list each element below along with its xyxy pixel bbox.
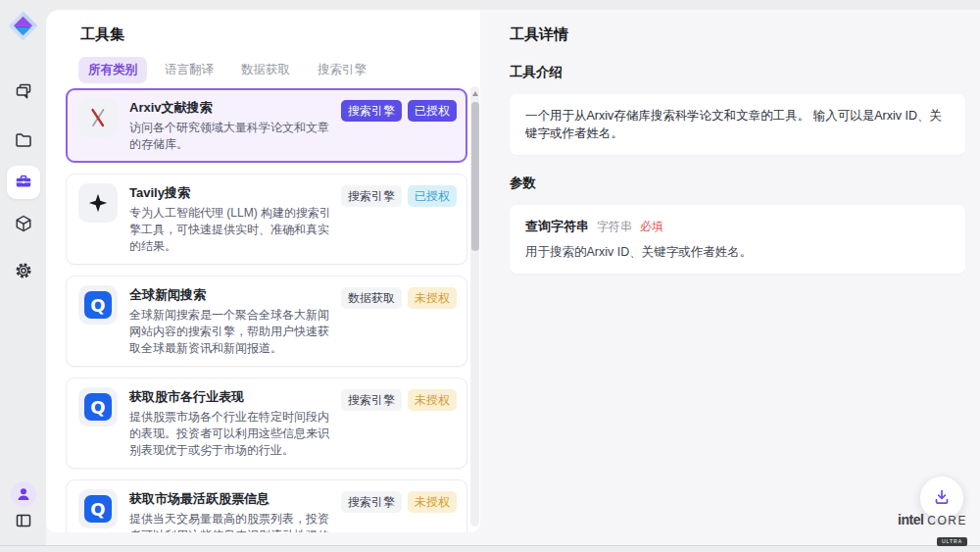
tool-name: Arxiv文献搜索 — [129, 99, 333, 117]
tool-badges: 搜索引擎未授权 — [341, 489, 457, 513]
tavily-icon — [78, 183, 118, 223]
sidebar-item-files[interactable] — [7, 125, 40, 158]
chat-icon — [14, 81, 33, 104]
app-logo — [8, 11, 38, 41]
tool-badges: 搜索引擎已授权 — [341, 183, 457, 207]
sidebar-item-settings[interactable] — [7, 255, 40, 288]
tool-badges: 搜索引擎已授权 — [341, 98, 457, 122]
tool-card[interactable]: Arxiv文献搜索访问各个研究领域大量科学论文和文章的存储库。搜索引擎已授权 — [66, 88, 467, 163]
param-name: 查询字符串 — [525, 218, 589, 235]
juhe-icon: Q — [78, 387, 118, 427]
tool-name: 全球新闻搜索 — [129, 286, 333, 304]
tool-card-body: 全球新闻搜索全球新闻搜索是一个聚合全球各大新闻网站内容的搜索引擎，帮助用户快速获… — [129, 285, 333, 357]
tool-description: 专为人工智能代理 (LLM) 构建的搜索引擎工具，可快速提供实时、准确和真实的结… — [129, 205, 333, 255]
tab-1[interactable]: 语言翻译 — [155, 57, 223, 83]
app-logo-icon — [8, 11, 38, 41]
intro-heading: 工具介绍 — [510, 64, 965, 81]
category-badge: 搜索引擎 — [341, 389, 402, 411]
arxiv-icon — [78, 98, 118, 137]
sidebar-item-models[interactable] — [7, 208, 40, 241]
category-badge: 搜索引擎 — [341, 491, 402, 513]
intro-card: 一个用于从Arxiv存储库搜索科学论文和文章的工具。 输入可以是Arxiv ID… — [510, 94, 965, 155]
tab-2[interactable]: 数据获取 — [231, 57, 300, 83]
tab-0[interactable]: 所有类别 — [78, 57, 147, 83]
tool-description: 提供当天交易量最高的股票列表，投资者可以利用这些信息来识别流动性强的股票和潜在的… — [129, 511, 333, 532]
bottom-divider — [0, 545, 980, 546]
tool-card-list: Arxiv文献搜索访问各个研究领域大量科学论文和文章的存储库。搜索引擎已授权Ta… — [66, 88, 467, 532]
param-description: 用于搜索的Arxiv ID、关键字或作者姓名。 — [525, 244, 950, 261]
tool-card[interactable]: Tavily搜索专为人工智能代理 (LLM) 构建的搜索引擎工具，可快速提供实时… — [66, 174, 467, 265]
sidebar-item-chat[interactable] — [7, 75, 40, 109]
tool-card[interactable]: Q全球新闻搜索全球新闻搜索是一个聚合全球各大新闻网站内容的搜索引擎，帮助用户快速… — [66, 276, 467, 367]
tool-list-panel: 工具集 所有类别语言翻译数据获取搜索引擎 Arxiv文献搜索访问各个研究领域大量… — [46, 10, 480, 532]
tab-3[interactable]: 搜索引擎 — [308, 57, 376, 83]
auth-status-badge: 未授权 — [408, 491, 457, 513]
main-canvas: 工具集 所有类别语言翻译数据获取搜索引擎 Arxiv文献搜索访问各个研究领域大量… — [46, 10, 980, 545]
tool-badges: 数据获取未授权 — [341, 285, 457, 309]
list-scrollbar[interactable] — [470, 86, 479, 527]
juhe-icon: Q — [78, 489, 118, 528]
tool-description: 提供股票市场各个行业在特定时间段内的表现。投资者可以利用这些信息来识别表现优于或… — [129, 409, 333, 459]
tool-name: 获取市场最活跃股票信息 — [129, 490, 333, 508]
tool-badges: 搜索引擎未授权 — [341, 387, 457, 411]
gear-icon — [14, 261, 33, 283]
tool-card[interactable]: Q获取市场最活跃股票信息提供当天交易量最高的股票列表，投资者可以利用这些信息来识… — [66, 479, 467, 532]
juhe-icon: Q — [78, 285, 118, 325]
tool-name: Tavily搜索 — [129, 184, 333, 202]
tool-card-body: 获取市场最活跃股票信息提供当天交易量最高的股票列表，投资者可以利用这些信息来识别… — [129, 489, 333, 532]
param-required-flag: 必填 — [640, 219, 663, 235]
sidebar-item-tools[interactable] — [7, 166, 40, 199]
auth-status-badge: 已授权 — [408, 100, 457, 122]
panel-toggle-icon — [14, 511, 33, 533]
auth-status-badge: 未授权 — [408, 287, 457, 309]
intel-core-logo: intelcore ultra — [898, 514, 967, 546]
scrollbar-thumb[interactable] — [471, 102, 479, 251]
auth-status-badge: 已授权 — [408, 185, 457, 207]
details-title: 工具详情 — [510, 25, 965, 44]
tool-description: 全球新闻搜索是一个聚合全球各大新闻网站内容的搜索引擎，帮助用户快速获取全球最新资… — [129, 307, 333, 357]
tool-details-panel: 工具详情 工具介绍 一个用于从Arxiv存储库搜索科学论文和文章的工具。 输入可… — [480, 10, 980, 545]
tool-card-body: 获取股市各行业表现提供股票市场各个行业在特定时间段内的表现。投资者可以利用这些信… — [129, 387, 333, 459]
category-badge: 数据获取 — [341, 287, 402, 309]
param-type: 字符串 — [597, 219, 632, 235]
scrollbar-up-arrow-icon[interactable] — [472, 91, 478, 96]
page-title: 工具集 — [80, 25, 480, 44]
tool-name: 获取股市各行业表现 — [129, 388, 333, 406]
tool-description: 访问各个研究领域大量科学论文和文章的存储库。 — [129, 120, 333, 153]
avatar — [11, 481, 36, 507]
download-icon — [932, 487, 952, 510]
tool-card-body: Tavily搜索专为人工智能代理 (LLM) 构建的搜索引擎工具，可快速提供实时… — [129, 183, 333, 255]
panel-toggle-button[interactable] — [7, 505, 40, 538]
sidebar — [0, 0, 46, 552]
tool-card-body: Arxiv文献搜索访问各个研究领域大量科学论文和文章的存储库。 — [129, 98, 333, 153]
toolbox-icon — [14, 172, 33, 194]
params-heading: 参数 — [510, 175, 965, 192]
tool-card[interactable]: Q获取股市各行业表现提供股票市场各个行业在特定时间段内的表现。投资者可以利用这些… — [66, 377, 467, 469]
category-tabs: 所有类别语言翻译数据获取搜索引擎 — [78, 57, 480, 83]
folder-icon — [14, 130, 33, 153]
category-badge: 搜索引擎 — [341, 185, 402, 207]
intel-ultra-badge: ultra — [937, 537, 967, 546]
auth-status-badge: 未授权 — [408, 389, 457, 411]
category-badge: 搜索引擎 — [341, 100, 402, 122]
intel-core-wordmark: intelcore — [898, 514, 967, 531]
cube-icon — [14, 214, 33, 236]
param-header-row: 查询字符串 字符串 必填 — [525, 218, 950, 235]
param-card: 查询字符串 字符串 必填 用于搜索的Arxiv ID、关键字或作者姓名。 — [510, 205, 965, 274]
